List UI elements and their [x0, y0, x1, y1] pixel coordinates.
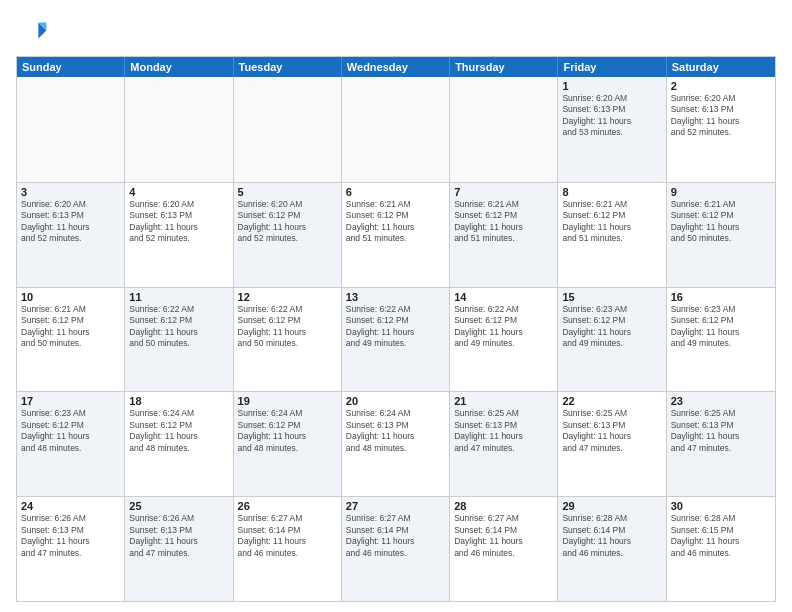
day-cell-3: 3Sunrise: 6:20 AMSunset: 6:13 PMDaylight… [17, 183, 125, 287]
day-number: 3 [21, 186, 120, 198]
day-cell-19: 19Sunrise: 6:24 AMSunset: 6:12 PMDayligh… [234, 392, 342, 496]
calendar-row-0: 1Sunrise: 6:20 AMSunset: 6:13 PMDaylight… [17, 77, 775, 182]
day-number: 4 [129, 186, 228, 198]
day-number: 8 [562, 186, 661, 198]
weekday-header-tuesday: Tuesday [234, 57, 342, 77]
day-info: Sunrise: 6:27 AMSunset: 6:14 PMDaylight:… [454, 513, 553, 559]
day-cell-1: 1Sunrise: 6:20 AMSunset: 6:13 PMDaylight… [558, 77, 666, 182]
day-cell-23: 23Sunrise: 6:25 AMSunset: 6:13 PMDayligh… [667, 392, 775, 496]
empty-cell [17, 77, 125, 182]
day-number: 19 [238, 395, 337, 407]
day-info: Sunrise: 6:23 AMSunset: 6:12 PMDaylight:… [21, 408, 120, 454]
weekday-header-monday: Monday [125, 57, 233, 77]
day-number: 6 [346, 186, 445, 198]
day-cell-12: 12Sunrise: 6:22 AMSunset: 6:12 PMDayligh… [234, 288, 342, 392]
calendar-row-1: 3Sunrise: 6:20 AMSunset: 6:13 PMDaylight… [17, 182, 775, 287]
day-info: Sunrise: 6:28 AMSunset: 6:14 PMDaylight:… [562, 513, 661, 559]
day-number: 23 [671, 395, 771, 407]
day-cell-25: 25Sunrise: 6:26 AMSunset: 6:13 PMDayligh… [125, 497, 233, 601]
day-number: 1 [562, 80, 661, 92]
day-cell-26: 26Sunrise: 6:27 AMSunset: 6:14 PMDayligh… [234, 497, 342, 601]
day-info: Sunrise: 6:22 AMSunset: 6:12 PMDaylight:… [238, 304, 337, 350]
day-number: 16 [671, 291, 771, 303]
empty-cell [342, 77, 450, 182]
day-number: 11 [129, 291, 228, 303]
calendar-header: SundayMondayTuesdayWednesdayThursdayFrid… [17, 57, 775, 77]
day-cell-13: 13Sunrise: 6:22 AMSunset: 6:12 PMDayligh… [342, 288, 450, 392]
day-info: Sunrise: 6:22 AMSunset: 6:12 PMDaylight:… [129, 304, 228, 350]
day-info: Sunrise: 6:20 AMSunset: 6:12 PMDaylight:… [238, 199, 337, 245]
day-info: Sunrise: 6:20 AMSunset: 6:13 PMDaylight:… [671, 93, 771, 139]
day-cell-29: 29Sunrise: 6:28 AMSunset: 6:14 PMDayligh… [558, 497, 666, 601]
calendar-body: 1Sunrise: 6:20 AMSunset: 6:13 PMDaylight… [17, 77, 775, 601]
day-cell-8: 8Sunrise: 6:21 AMSunset: 6:12 PMDaylight… [558, 183, 666, 287]
day-number: 30 [671, 500, 771, 512]
calendar-row-3: 17Sunrise: 6:23 AMSunset: 6:12 PMDayligh… [17, 391, 775, 496]
calendar-row-4: 24Sunrise: 6:26 AMSunset: 6:13 PMDayligh… [17, 496, 775, 601]
weekday-header-sunday: Sunday [17, 57, 125, 77]
day-cell-2: 2Sunrise: 6:20 AMSunset: 6:13 PMDaylight… [667, 77, 775, 182]
day-number: 17 [21, 395, 120, 407]
day-info: Sunrise: 6:25 AMSunset: 6:13 PMDaylight:… [671, 408, 771, 454]
day-number: 22 [562, 395, 661, 407]
weekday-header-saturday: Saturday [667, 57, 775, 77]
day-cell-4: 4Sunrise: 6:20 AMSunset: 6:13 PMDaylight… [125, 183, 233, 287]
day-cell-28: 28Sunrise: 6:27 AMSunset: 6:14 PMDayligh… [450, 497, 558, 601]
day-info: Sunrise: 6:24 AMSunset: 6:13 PMDaylight:… [346, 408, 445, 454]
day-number: 7 [454, 186, 553, 198]
day-cell-15: 15Sunrise: 6:23 AMSunset: 6:12 PMDayligh… [558, 288, 666, 392]
day-info: Sunrise: 6:20 AMSunset: 6:13 PMDaylight:… [129, 199, 228, 245]
day-cell-5: 5Sunrise: 6:20 AMSunset: 6:12 PMDaylight… [234, 183, 342, 287]
day-info: Sunrise: 6:28 AMSunset: 6:15 PMDaylight:… [671, 513, 771, 559]
day-number: 27 [346, 500, 445, 512]
day-info: Sunrise: 6:22 AMSunset: 6:12 PMDaylight:… [346, 304, 445, 350]
day-number: 10 [21, 291, 120, 303]
day-number: 12 [238, 291, 337, 303]
day-info: Sunrise: 6:26 AMSunset: 6:13 PMDaylight:… [129, 513, 228, 559]
day-info: Sunrise: 6:21 AMSunset: 6:12 PMDaylight:… [346, 199, 445, 245]
day-info: Sunrise: 6:22 AMSunset: 6:12 PMDaylight:… [454, 304, 553, 350]
day-cell-24: 24Sunrise: 6:26 AMSunset: 6:13 PMDayligh… [17, 497, 125, 601]
day-info: Sunrise: 6:24 AMSunset: 6:12 PMDaylight:… [129, 408, 228, 454]
calendar-row-2: 10Sunrise: 6:21 AMSunset: 6:12 PMDayligh… [17, 287, 775, 392]
day-info: Sunrise: 6:20 AMSunset: 6:13 PMDaylight:… [562, 93, 661, 139]
day-info: Sunrise: 6:23 AMSunset: 6:12 PMDaylight:… [562, 304, 661, 350]
day-info: Sunrise: 6:25 AMSunset: 6:13 PMDaylight:… [454, 408, 553, 454]
day-number: 21 [454, 395, 553, 407]
day-number: 14 [454, 291, 553, 303]
day-number: 15 [562, 291, 661, 303]
day-number: 26 [238, 500, 337, 512]
weekday-header-wednesday: Wednesday [342, 57, 450, 77]
day-number: 18 [129, 395, 228, 407]
day-cell-7: 7Sunrise: 6:21 AMSunset: 6:12 PMDaylight… [450, 183, 558, 287]
day-cell-27: 27Sunrise: 6:27 AMSunset: 6:14 PMDayligh… [342, 497, 450, 601]
day-number: 25 [129, 500, 228, 512]
day-number: 29 [562, 500, 661, 512]
day-info: Sunrise: 6:23 AMSunset: 6:12 PMDaylight:… [671, 304, 771, 350]
day-number: 24 [21, 500, 120, 512]
day-number: 9 [671, 186, 771, 198]
day-info: Sunrise: 6:27 AMSunset: 6:14 PMDaylight:… [346, 513, 445, 559]
day-number: 20 [346, 395, 445, 407]
logo [16, 16, 52, 48]
day-cell-17: 17Sunrise: 6:23 AMSunset: 6:12 PMDayligh… [17, 392, 125, 496]
day-info: Sunrise: 6:21 AMSunset: 6:12 PMDaylight:… [454, 199, 553, 245]
day-cell-16: 16Sunrise: 6:23 AMSunset: 6:12 PMDayligh… [667, 288, 775, 392]
day-cell-30: 30Sunrise: 6:28 AMSunset: 6:15 PMDayligh… [667, 497, 775, 601]
day-info: Sunrise: 6:26 AMSunset: 6:13 PMDaylight:… [21, 513, 120, 559]
day-info: Sunrise: 6:27 AMSunset: 6:14 PMDaylight:… [238, 513, 337, 559]
day-cell-6: 6Sunrise: 6:21 AMSunset: 6:12 PMDaylight… [342, 183, 450, 287]
day-info: Sunrise: 6:21 AMSunset: 6:12 PMDaylight:… [562, 199, 661, 245]
day-info: Sunrise: 6:24 AMSunset: 6:12 PMDaylight:… [238, 408, 337, 454]
page-header [16, 16, 776, 48]
day-cell-20: 20Sunrise: 6:24 AMSunset: 6:13 PMDayligh… [342, 392, 450, 496]
empty-cell [125, 77, 233, 182]
day-info: Sunrise: 6:21 AMSunset: 6:12 PMDaylight:… [21, 304, 120, 350]
day-info: Sunrise: 6:20 AMSunset: 6:13 PMDaylight:… [21, 199, 120, 245]
weekday-header-friday: Friday [558, 57, 666, 77]
day-cell-22: 22Sunrise: 6:25 AMSunset: 6:13 PMDayligh… [558, 392, 666, 496]
day-cell-18: 18Sunrise: 6:24 AMSunset: 6:12 PMDayligh… [125, 392, 233, 496]
day-cell-14: 14Sunrise: 6:22 AMSunset: 6:12 PMDayligh… [450, 288, 558, 392]
day-info: Sunrise: 6:21 AMSunset: 6:12 PMDaylight:… [671, 199, 771, 245]
day-info: Sunrise: 6:25 AMSunset: 6:13 PMDaylight:… [562, 408, 661, 454]
